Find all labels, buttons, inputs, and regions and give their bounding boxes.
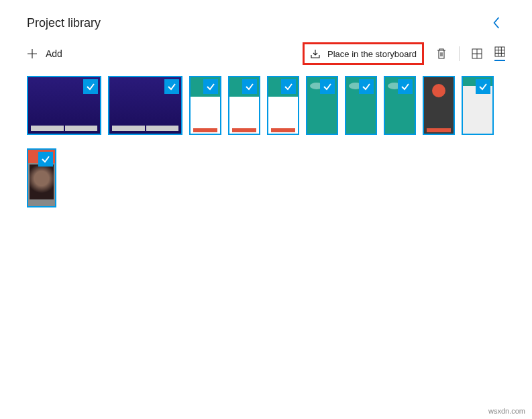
grid-small-button[interactable] [494, 46, 505, 61]
chevron-left-icon [492, 17, 501, 29]
selected-checkmark [359, 79, 374, 94]
thumbnail-item[interactable] [27, 148, 56, 207]
selected-checkmark [83, 79, 98, 94]
add-label: Add [46, 48, 62, 59]
selected-checkmark [242, 79, 257, 94]
selected-checkmark [38, 152, 53, 167]
thumbnail-item[interactable] [423, 76, 455, 135]
thumbnail-item[interactable] [384, 76, 416, 135]
thumbnail-item[interactable] [267, 76, 299, 135]
selected-checkmark [476, 79, 490, 94]
trash-icon [436, 48, 447, 60]
selected-checkmark [320, 79, 335, 94]
page-title: Project library [27, 16, 101, 30]
plus-icon [27, 48, 38, 59]
grid-large-button[interactable] [472, 48, 482, 59]
thumbnail-item[interactable] [27, 76, 101, 135]
add-button[interactable]: Add [27, 48, 62, 59]
thumbnail-item[interactable] [462, 76, 494, 135]
place-in-storyboard-button[interactable]: Place in the storyboard [303, 42, 424, 65]
grid-2x2-icon [472, 48, 482, 59]
back-button[interactable] [492, 17, 505, 30]
selected-checkmark [281, 79, 296, 94]
delete-button[interactable] [436, 48, 447, 60]
grid-3x3-icon [494, 46, 505, 57]
selected-checkmark [398, 79, 413, 94]
place-label: Place in the storyboard [327, 49, 417, 59]
thumbnail-item[interactable] [306, 76, 338, 135]
thumbnail-item[interactable] [228, 76, 260, 135]
watermark: wsxdn.com [488, 407, 525, 415]
thumbnail-item[interactable] [108, 76, 182, 135]
thumbnail-item[interactable] [189, 76, 221, 135]
selected-checkmark [203, 79, 218, 94]
svg-rect-1 [495, 47, 504, 56]
import-icon [310, 48, 321, 59]
divider [459, 46, 460, 61]
selected-checkmark [164, 79, 179, 94]
thumbnail-item[interactable] [345, 76, 377, 135]
thumbnails-grid [27, 76, 505, 207]
